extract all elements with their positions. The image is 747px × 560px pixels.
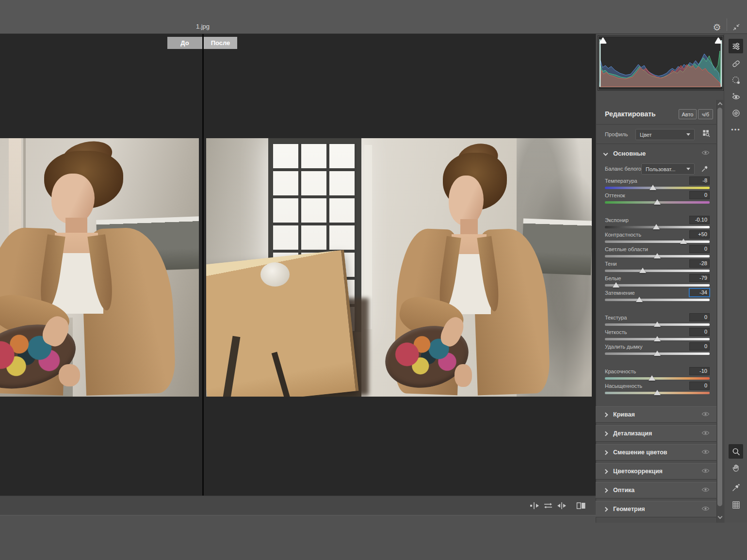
edit-tool-button[interactable] <box>729 39 743 53</box>
copy-to-before-button[interactable] <box>529 500 540 512</box>
mask-icon <box>731 75 741 85</box>
slider-thumb[interactable] <box>680 239 687 244</box>
visibility-eye-button[interactable] <box>701 410 710 419</box>
visibility-eye-button[interactable] <box>701 149 710 158</box>
visibility-eye-button[interactable] <box>701 429 710 438</box>
section-bar[interactable]: Смешение цветов <box>596 444 716 461</box>
settings-gear-button[interactable]: ⚙ <box>710 20 724 34</box>
copy-to-after-button[interactable] <box>556 500 568 512</box>
slider-track[interactable] <box>605 187 710 189</box>
slider-value-input[interactable]: 0 <box>689 191 710 199</box>
chevron-right-icon <box>603 412 608 417</box>
profile-value: Цвет <box>640 132 652 138</box>
tab-before[interactable]: До <box>167 37 202 49</box>
slider-row: Белые-79 <box>605 274 710 288</box>
section-bar[interactable]: Оптика <box>596 482 716 498</box>
slider-track[interactable] <box>605 201 710 204</box>
slider-track[interactable] <box>605 392 710 394</box>
visibility-eye-button[interactable] <box>701 486 710 495</box>
slider-thumb[interactable] <box>654 253 661 258</box>
presets-tool-button[interactable] <box>729 106 743 120</box>
slider-track[interactable] <box>605 299 710 301</box>
slider-label: Затемнение <box>605 290 635 296</box>
auto-button[interactable]: Авто <box>679 109 697 119</box>
slider-thumb[interactable] <box>636 297 643 302</box>
chevron-right-icon <box>603 469 608 474</box>
slider-value-input[interactable]: -34 <box>689 288 710 297</box>
section-bar[interactable]: Кривая <box>596 406 716 423</box>
slider-value-input[interactable]: -28 <box>689 259 710 268</box>
highlight-clipping-warning[interactable] <box>715 37 722 45</box>
section-basic-header[interactable]: Основные <box>596 145 716 161</box>
white-balance-dropdown[interactable]: Пользоват... <box>641 163 695 175</box>
slider-value-input[interactable]: 0 <box>689 342 710 351</box>
visibility-eye-button[interactable] <box>701 505 710 513</box>
visibility-eye-button[interactable] <box>701 467 710 476</box>
slider-thumb[interactable] <box>654 336 661 341</box>
redeye-tool-button[interactable] <box>729 89 743 104</box>
slider-thumb[interactable] <box>649 375 655 381</box>
profile-dropdown[interactable]: Цвет <box>635 129 695 140</box>
section-bar[interactable]: Детализация <box>596 425 716 442</box>
slider-value-input[interactable]: 0 <box>689 382 710 390</box>
slider-value-input[interactable]: -79 <box>689 274 710 282</box>
slider-track[interactable] <box>605 226 710 228</box>
slider-value-input[interactable]: 0 <box>689 328 710 336</box>
slider-thumb[interactable] <box>654 199 661 205</box>
slider-value-input[interactable]: -0.10 <box>689 216 710 224</box>
slider-track[interactable] <box>605 338 710 340</box>
slider-thumb[interactable] <box>654 351 661 356</box>
tab-after[interactable]: После <box>204 37 237 49</box>
swap-before-after-button[interactable] <box>542 500 554 512</box>
slider-thumb[interactable] <box>639 268 646 273</box>
slider-value-input[interactable]: 0 <box>689 245 710 253</box>
slider-track[interactable] <box>605 323 710 326</box>
grid-tool-button[interactable] <box>729 497 743 512</box>
slider-track[interactable] <box>605 284 710 287</box>
slider-value-input[interactable]: 0 <box>689 313 710 321</box>
slider-thumb[interactable] <box>650 185 656 190</box>
collapse-panel-button[interactable] <box>729 20 744 34</box>
section-basic-title: Основные <box>613 150 701 157</box>
slider-row: Температура-8 <box>605 176 710 191</box>
more-tool-button[interactable]: ••• <box>729 122 743 137</box>
photo-after[interactable] <box>206 138 592 397</box>
slider-track[interactable] <box>605 255 710 257</box>
scrollbar-thumb[interactable] <box>717 108 722 506</box>
slider-track[interactable] <box>605 270 710 272</box>
bw-button[interactable]: ч/б <box>698 109 713 119</box>
before-after-view-button[interactable] <box>575 500 587 512</box>
white-balance-row: Баланс белого Пользоват... <box>596 162 716 176</box>
wb-eyedropper-button[interactable] <box>700 163 710 175</box>
visibility-eye-button[interactable] <box>701 448 710 457</box>
heal-icon <box>731 59 741 69</box>
slider-track[interactable] <box>605 240 710 243</box>
zoom-tool-button[interactable] <box>729 444 743 459</box>
mask-tool-button[interactable] <box>729 73 743 87</box>
photo-before[interactable] <box>0 138 199 397</box>
slider-track[interactable] <box>605 377 710 380</box>
slider-thumb[interactable] <box>613 282 619 288</box>
eye-icon <box>701 449 710 455</box>
browse-profiles-icon <box>701 128 711 138</box>
histogram[interactable] <box>598 36 723 90</box>
slider-thumb[interactable] <box>654 321 661 327</box>
profile-label: Профиль <box>605 131 628 137</box>
slider-value-input[interactable]: -8 <box>689 176 710 185</box>
top-bar: 1.jpg ⚙ <box>0 0 747 34</box>
hand-tool-button[interactable] <box>729 461 743 475</box>
slider-value-input[interactable]: +50 <box>689 230 710 239</box>
eye-icon <box>701 468 710 474</box>
slider-value-input[interactable]: -10 <box>689 367 710 375</box>
white-balance-tool-button[interactable] <box>729 480 743 495</box>
slider-thumb[interactable] <box>654 390 661 395</box>
before-after-divider <box>202 34 204 496</box>
section-bar[interactable]: Цветокоррекция <box>596 463 716 480</box>
browse-profiles-button[interactable] <box>701 128 711 140</box>
section-bar[interactable]: Геометрия <box>596 501 716 517</box>
slider-row: Оттенок0 <box>605 191 710 206</box>
slider-thumb[interactable] <box>653 224 660 229</box>
shadow-clipping-warning[interactable] <box>599 37 607 45</box>
heal-tool-button[interactable] <box>729 56 743 71</box>
slider-track[interactable] <box>605 352 710 355</box>
